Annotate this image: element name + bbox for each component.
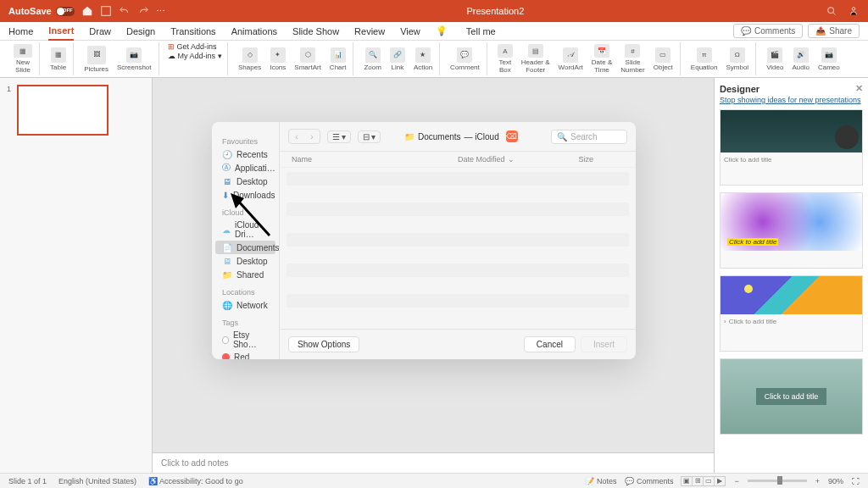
- design-idea-3[interactable]: ›Click to add title: [720, 275, 863, 352]
- tab-animations[interactable]: Animations: [231, 26, 277, 36]
- breadcrumb-delete-icon[interactable]: ⌫: [506, 130, 518, 142]
- zoom-out-icon[interactable]: −: [734, 477, 738, 485]
- status-notes[interactable]: 📝 Notes: [585, 477, 616, 485]
- designer-stop-link[interactable]: Stop showing ideas for new presentations: [720, 96, 863, 104]
- textbox-button[interactable]: AText Box: [496, 42, 515, 75]
- close-icon[interactable]: ✕: [855, 83, 863, 94]
- getaddins-button[interactable]: ⊞Get Add-ins: [168, 42, 223, 51]
- tab-review[interactable]: Review: [354, 26, 385, 36]
- tab-draw[interactable]: Draw: [89, 26, 111, 36]
- headerfooter-button[interactable]: ▤Header & Footer: [520, 42, 552, 75]
- search-input[interactable]: 🔍Search: [551, 130, 627, 144]
- col-size[interactable]: Size: [579, 155, 624, 164]
- sidebar-tag-etsy[interactable]: Etsy Sho…: [215, 329, 275, 351]
- slidenum-button[interactable]: #Slide Number: [619, 42, 646, 75]
- wordart-button[interactable]: 𝒜WordArt: [557, 42, 585, 75]
- share-icon-tb[interactable]: [848, 5, 860, 17]
- slide-thumbnail[interactable]: [17, 85, 108, 136]
- datetime-button[interactable]: 📅Date & Time: [590, 42, 614, 75]
- chevron-down-icon2: ▾: [342, 132, 346, 141]
- share-button[interactable]: 📤Share: [808, 24, 860, 38]
- sidebar-item-applications[interactable]: ⒶApplicati…: [215, 161, 275, 175]
- design-idea-2[interactable]: Click to add title: [720, 192, 863, 269]
- notes-pane[interactable]: Click to add notes: [153, 452, 714, 473]
- sidebar-item-desktop[interactable]: 🖥Desktop: [215, 175, 275, 188]
- status-comments[interactable]: 💬 Comments: [625, 477, 673, 485]
- equation-button[interactable]: πEquation: [689, 42, 720, 75]
- undo-icon[interactable]: [119, 5, 131, 17]
- design-idea-1[interactable]: Click to add title: [720, 109, 863, 186]
- myaddins-button[interactable]: ☁My Add-ins▾: [168, 52, 223, 60]
- autosave-toggle[interactable]: AutoSave: [8, 6, 75, 16]
- screenshot-button[interactable]: 📷Screenshot: [115, 42, 153, 75]
- tab-slideshow[interactable]: Slide Show: [292, 26, 339, 36]
- table-row[interactable]: [287, 187, 629, 201]
- show-options-button[interactable]: Show Options: [288, 336, 359, 352]
- search-icon[interactable]: [826, 5, 837, 17]
- zoom-in-icon[interactable]: +: [815, 477, 820, 485]
- chart-button[interactable]: 📊Chart: [328, 42, 348, 75]
- design-idea-4[interactable]: Click to add title: [720, 358, 863, 435]
- breadcrumb[interactable]: 📁 Documents — iCloud ⌫: [404, 130, 518, 142]
- more-icon[interactable]: ⋯: [156, 6, 165, 17]
- nav-back-forward[interactable]: ‹›: [288, 129, 320, 144]
- audio-button[interactable]: 🔊Audio: [790, 42, 810, 75]
- icons-button[interactable]: ✦Icons: [268, 42, 287, 75]
- smartart-button[interactable]: ⬡SmartArt: [292, 42, 323, 75]
- sidebar-tag-red[interactable]: Red: [215, 351, 275, 359]
- insert-button[interactable]: Insert: [581, 336, 627, 352]
- fit-icon[interactable]: ⛶: [852, 477, 860, 485]
- tellme[interactable]: Tell me: [466, 26, 496, 36]
- tab-transitions[interactable]: Transitions: [170, 26, 215, 36]
- col-date[interactable]: Date Modified⌄: [458, 155, 579, 164]
- symbol-button[interactable]: ΩSymbol: [724, 42, 750, 75]
- link-button[interactable]: 🔗Link: [388, 42, 407, 75]
- pictures-button[interactable]: 🖼Pictures: [82, 42, 110, 75]
- table-row[interactable]: [287, 172, 629, 186]
- sidebar-item-documents[interactable]: 📄Documents: [215, 241, 275, 254]
- view-group-dropdown[interactable]: ⊟▾: [358, 130, 381, 143]
- zoom-slider[interactable]: [748, 480, 807, 482]
- sidebar-item-recents[interactable]: 🕘Recents: [215, 147, 275, 161]
- tab-view[interactable]: View: [400, 26, 420, 36]
- home-icon[interactable]: [81, 5, 93, 17]
- comments-button[interactable]: 💬Comments: [733, 24, 803, 38]
- table-row[interactable]: [287, 279, 629, 292]
- zoom-level[interactable]: 90%: [828, 477, 843, 485]
- sidebar-item-shared[interactable]: 📁Shared: [215, 268, 275, 281]
- sidebar-item-downloads[interactable]: ⬇Downloads: [215, 188, 275, 202]
- view-list-dropdown[interactable]: ☰▾: [327, 130, 351, 143]
- wordart-icon: 𝒜: [563, 47, 578, 63]
- redo-icon[interactable]: [137, 5, 149, 17]
- status-accessibility[interactable]: ♿ Accessibility: Good to go: [148, 477, 243, 485]
- newslide-button[interactable]: ▦New Slide: [12, 42, 34, 75]
- table-row[interactable]: [287, 248, 629, 262]
- status-lang[interactable]: English (United States): [58, 477, 136, 485]
- table-row[interactable]: [287, 294, 629, 308]
- sidebar-item-network[interactable]: 🌐Network: [215, 298, 275, 312]
- table-row[interactable]: [287, 233, 629, 247]
- table-row[interactable]: [287, 309, 629, 323]
- slidenum-icon: #: [625, 44, 640, 58]
- tab-design[interactable]: Design: [126, 26, 155, 36]
- sidebar-item-iclouddrive[interactable]: ☁iCloud Dri…: [215, 219, 275, 241]
- table-button[interactable]: ▦Table: [48, 42, 68, 75]
- table-row[interactable]: [287, 218, 629, 231]
- table-row[interactable]: [287, 202, 629, 216]
- zoom-button[interactable]: 🔍Zoom: [362, 42, 382, 75]
- comment-button[interactable]: 💬Comment: [448, 42, 481, 75]
- tab-insert[interactable]: Insert: [48, 25, 74, 41]
- action-button[interactable]: ★Action: [412, 42, 434, 75]
- video-button[interactable]: 🎬Video: [765, 42, 785, 75]
- save-icon[interactable]: [100, 5, 112, 17]
- view-buttons[interactable]: ▣⊞▭▶: [682, 476, 726, 486]
- cameo-button[interactable]: 📷Cameo: [816, 42, 842, 75]
- col-name[interactable]: Name: [292, 155, 458, 164]
- tab-home[interactable]: Home: [8, 26, 33, 36]
- shapes-button[interactable]: ◇Shapes: [236, 42, 263, 75]
- sidebar-item-desktop-icloud[interactable]: 🖥Desktop: [215, 254, 275, 268]
- object-button[interactable]: ▭Object: [652, 42, 675, 75]
- comment-icon2: 💬: [457, 47, 472, 63]
- cancel-button[interactable]: Cancel: [524, 336, 576, 352]
- table-row[interactable]: [287, 263, 629, 277]
